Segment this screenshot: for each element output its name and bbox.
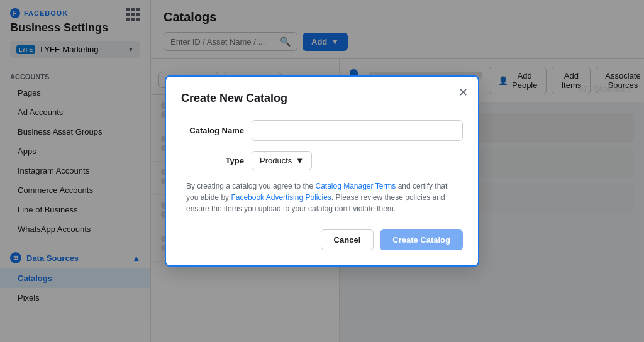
modal-footer: Cancel Create Catalog	[181, 229, 463, 250]
terms-text: By creating a catalog you agree to the C…	[181, 180, 463, 214]
catalog-name-input[interactable]	[252, 120, 463, 141]
create-catalog-modal: Create New Catalog ✕ Catalog Name Type P…	[165, 75, 479, 267]
catalog-name-row: Catalog Name	[181, 120, 463, 141]
type-value: Products	[260, 156, 292, 165]
cancel-button[interactable]: Cancel	[321, 229, 374, 250]
catalog-manager-terms-link[interactable]: Catalog Manager Terms	[315, 182, 396, 190]
modal-title: Create New Catalog	[181, 92, 463, 105]
create-catalog-button[interactable]: Create Catalog	[380, 229, 463, 250]
catalog-name-label: Catalog Name	[181, 126, 244, 135]
modal-overlay: Create New Catalog ✕ Catalog Name Type P…	[0, 0, 644, 342]
type-select[interactable]: Products ▼	[252, 151, 312, 170]
type-label: Type	[181, 156, 244, 165]
type-row: Type Products ▼	[181, 151, 463, 170]
facebook-advertising-policies-link[interactable]: Facebook Advertising Policies	[231, 193, 331, 202]
type-chevron-icon: ▼	[296, 156, 304, 165]
modal-close-button[interactable]: ✕	[458, 87, 468, 98]
